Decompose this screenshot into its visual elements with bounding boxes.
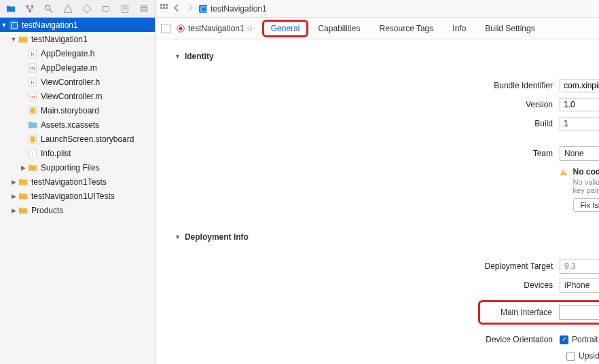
breakpoint-nav-icon[interactable]: [101, 3, 111, 14]
group-tests[interactable]: ▶testNavigation1Tests: [0, 175, 155, 189]
editor-area: testNavigation1 testNavigation1 ◇ Genera…: [156, 0, 599, 364]
project-icon: [199, 5, 207, 13]
target-name: testNavigation1: [188, 24, 244, 33]
tab-resource-tags[interactable]: Resource Tags: [379, 24, 433, 33]
debug-nav-icon[interactable]: [81, 3, 92, 14]
svg-rect-6: [141, 7, 147, 10]
file-main-storyboard[interactable]: Main.storyboard: [0, 103, 155, 117]
row-devices: Devices iPhone: [156, 276, 599, 295]
file-assets[interactable]: Assets.xcassets: [0, 117, 155, 132]
tab-info[interactable]: Info: [452, 24, 466, 33]
svg-rect-19: [31, 136, 35, 142]
project-root[interactable]: ▼ testNavigation1: [0, 18, 155, 32]
main-interface-select[interactable]: [559, 305, 599, 320]
version-label: Version: [156, 100, 560, 109]
breadcrumb-label: testNavigation1: [211, 4, 267, 14]
build-input[interactable]: [560, 117, 599, 130]
svg-text:m: m: [31, 93, 35, 99]
svg-rect-17: [31, 107, 35, 113]
devices-value: iPhone: [564, 280, 589, 290]
editor-breadcrumb-bar: testNavigation1: [156, 0, 599, 18]
group-products[interactable]: ▶Products: [0, 203, 155, 217]
log-nav-icon[interactable]: [139, 3, 149, 14]
warning-nav-icon[interactable]: [62, 3, 73, 14]
svg-rect-24: [166, 3, 168, 5]
deployment-target-select[interactable]: 9.3: [560, 259, 599, 274]
project-navigator: ▼ testNavigation1 ▼ testNavigation1 hApp…: [0, 0, 156, 364]
folder-navigator-icon[interactable]: [5, 3, 16, 14]
project-icon: [9, 20, 18, 30]
svg-rect-22: [160, 3, 162, 5]
svg-rect-25: [160, 6, 162, 8]
m-file-icon: m: [27, 91, 38, 102]
orientation-label: Device Orientation: [156, 335, 560, 344]
file-info-plist[interactable]: iInfo.plist: [0, 146, 155, 160]
file-appdelegate-h[interactable]: hAppDelegate.h: [0, 46, 155, 60]
section-deployment[interactable]: ▼Deployment Info: [156, 228, 599, 246]
file-appdelegate-m[interactable]: mAppDelegate.m: [0, 60, 155, 75]
group-folder-label: testNavigation1: [31, 35, 88, 44]
svg-rect-31: [563, 174, 564, 175]
file-viewcontroller-h[interactable]: hViewController.h: [0, 75, 155, 89]
plist-icon: i: [27, 148, 38, 159]
report-nav-icon[interactable]: [120, 3, 130, 14]
section-identity[interactable]: ▼Identity: [156, 48, 599, 65]
svg-text:h: h: [31, 50, 34, 56]
row-signing-warning: No code signing identities found No vali…: [156, 167, 599, 212]
storyboard-icon: [27, 134, 38, 145]
navigator-toolbar: [0, 0, 155, 18]
targets-list-toggle[interactable]: [161, 24, 170, 33]
breadcrumb[interactable]: testNavigation1: [198, 4, 267, 14]
deployment-target-value: 9.3: [564, 261, 576, 271]
group-uitests[interactable]: ▶testNavigation1UITests: [0, 189, 155, 203]
row-bundle-id: Bundle Identifier: [156, 76, 599, 95]
nav-forward-icon[interactable]: [185, 3, 194, 14]
team-value: None: [564, 149, 584, 158]
bundle-id-label: Bundle Identifier: [156, 81, 560, 90]
warning-title: No code signing identities found: [573, 167, 599, 177]
file-viewcontroller-m[interactable]: mViewController.m: [0, 89, 155, 103]
group-supporting-files[interactable]: ▶Supporting Files: [0, 160, 155, 175]
assets-icon: [27, 120, 38, 130]
folder-icon: [18, 34, 29, 45]
file-launchscreen[interactable]: LaunchScreen.storyboard: [0, 132, 155, 146]
target-editor-tabs: testNavigation1 ◇ General Capabilities R…: [156, 18, 599, 39]
folder-icon: [18, 191, 29, 202]
tab-capabilities[interactable]: Capabilities: [318, 24, 360, 33]
h-file-icon: h: [27, 48, 38, 59]
h-file-icon: h: [27, 77, 38, 88]
target-selector[interactable]: testNavigation1 ◇: [176, 24, 253, 33]
section-identity-label: Identity: [185, 52, 214, 61]
nav-back-icon[interactable]: [173, 3, 181, 14]
search-icon[interactable]: [43, 3, 54, 14]
row-main-interface: Main Interface: [156, 300, 599, 325]
related-items-icon[interactable]: [160, 3, 168, 14]
version-input[interactable]: [560, 98, 599, 111]
deployment-target-label: Deployment Target: [156, 261, 560, 271]
build-label: Build: [156, 119, 560, 128]
checkbox-portrait[interactable]: [560, 335, 568, 344]
svg-point-29: [179, 26, 182, 30]
app-target-icon: [176, 24, 185, 33]
hierarchy-icon[interactable]: [24, 3, 35, 14]
group-folder[interactable]: ▼ testNavigation1: [0, 32, 155, 46]
devices-select[interactable]: iPhone: [560, 278, 599, 293]
section-deployment-label: Deployment Info: [185, 232, 249, 242]
checkbox-upside-down[interactable]: [566, 352, 575, 361]
fix-issue-button[interactable]: Fix Issue: [573, 198, 599, 212]
svg-rect-23: [163, 3, 165, 5]
team-label: Team: [156, 149, 560, 158]
highlight-general-tab: General: [262, 20, 309, 37]
svg-rect-5: [141, 5, 147, 7]
row-orientation: Device Orientation Portrait: [156, 330, 599, 349]
bundle-id-input[interactable]: [560, 79, 599, 92]
row-build: Build: [156, 114, 599, 133]
tab-general[interactable]: General: [271, 24, 300, 33]
svg-text:h: h: [31, 79, 34, 85]
folder-icon: [27, 162, 38, 173]
row-team: Team None: [156, 144, 599, 163]
highlight-main-interface: Main Interface: [478, 300, 599, 325]
general-content: ▼Identity Bundle Identifier Version Buil…: [156, 39, 599, 364]
tab-build-settings[interactable]: Build Settings: [485, 24, 534, 33]
team-select[interactable]: None: [560, 146, 599, 161]
